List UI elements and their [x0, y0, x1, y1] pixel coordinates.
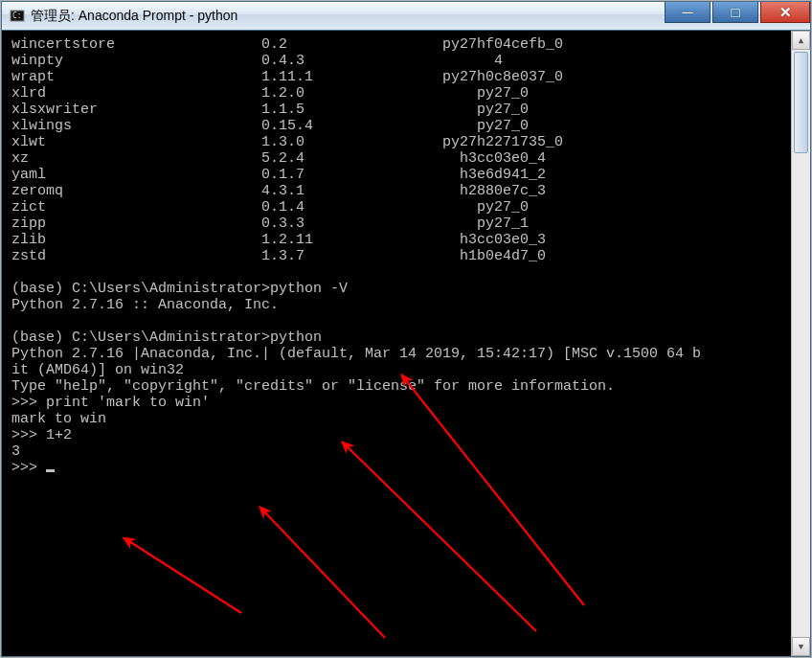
titlebar[interactable]: C: 管理员: Anaconda Prompt - python ─ □ ✕: [2, 2, 810, 31]
window-controls: ─ □ ✕: [665, 2, 810, 23]
console-icon: C:: [10, 9, 25, 24]
cursor: [46, 469, 55, 472]
scrollbar[interactable]: ▲ ▼: [791, 31, 810, 656]
window-title: 管理员: Anaconda Prompt - python: [31, 8, 237, 25]
scroll-thumb[interactable]: [794, 52, 808, 153]
terminal-output[interactable]: wincertstore 0.2 py27hf04cefb_0 winpty 0…: [2, 31, 791, 656]
scroll-up-button[interactable]: ▲: [792, 31, 810, 50]
svg-text:C:: C:: [12, 11, 22, 20]
console-window: C: 管理员: Anaconda Prompt - python ─ □ ✕ w…: [1, 1, 811, 657]
scroll-down-button[interactable]: ▼: [792, 637, 810, 656]
close-button[interactable]: ✕: [760, 2, 810, 23]
terminal-area: wincertstore 0.2 py27hf04cefb_0 winpty 0…: [2, 31, 810, 656]
maximize-button[interactable]: □: [712, 2, 758, 23]
minimize-button[interactable]: ─: [665, 2, 710, 23]
